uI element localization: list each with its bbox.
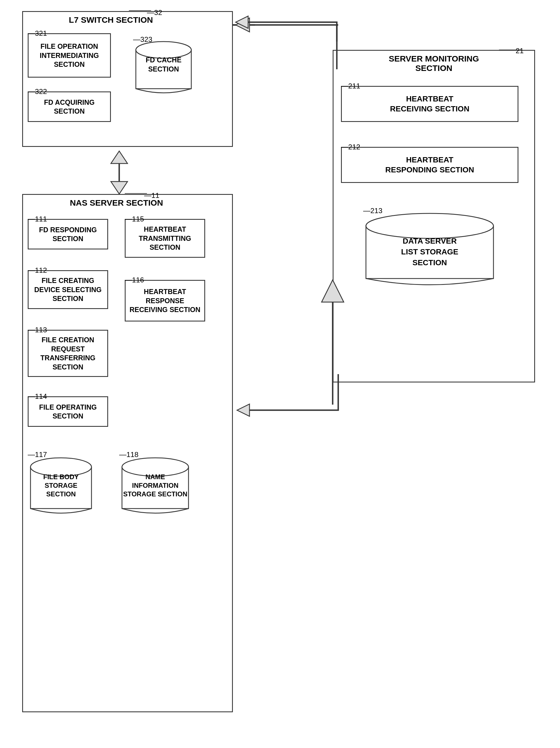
- ref-116: —116: [125, 276, 144, 284]
- ref-112: —112: [28, 266, 47, 275]
- data-server-list-cylinder: DATA SERVERLIST STORAGESECTION: [363, 211, 496, 288]
- ref-21-line: [499, 47, 535, 53]
- ref-113: —113: [28, 326, 47, 334]
- ref-213: —213: [363, 207, 382, 215]
- ref-114: —114: [28, 392, 47, 401]
- ref-117: —117: [28, 450, 47, 459]
- ref-115: —115: [125, 215, 144, 224]
- nas-up-arrow: [305, 277, 360, 416]
- ref32-connector: [129, 8, 162, 13]
- l7-switch-outer-box: [22, 11, 233, 147]
- ref-321: —321: [28, 29, 47, 38]
- ref-322: —322: [28, 87, 47, 96]
- server-monitoring-to-l7-big-arrow: [232, 14, 348, 77]
- ref-211: —211: [341, 82, 360, 90]
- heartbeat-responding-box: HEARTBEATRESPONDING SECTION: [341, 147, 518, 183]
- ref-212: —212: [341, 143, 360, 151]
- server-monitoring-label: SERVER MONITORINGSECTION: [344, 54, 524, 73]
- file-operating-box: FILE OPERATINGSECTION: [28, 396, 108, 427]
- ref-118: —118: [119, 450, 138, 459]
- svg-marker-19: [322, 280, 344, 302]
- nas-server-label: NAS SERVER SECTION: [47, 198, 186, 208]
- file-creation-request-box: FILE CREATIONREQUESTTRANSFERRINGSECTION: [28, 330, 108, 377]
- svg-marker-16: [236, 16, 248, 28]
- fd-acquiring-box: FD ACQUIRINGSECTION: [28, 91, 111, 122]
- file-body-storage-cylinder: FILE BODYSTORAGESECTION: [28, 454, 94, 515]
- heartbeat-transmitting-box: HEARTBEATTRANSMITTINGSECTION: [125, 219, 205, 258]
- fd-responding-box: FD RESPONDINGSECTION: [28, 219, 108, 250]
- file-op-intermediating-box: FILE OPERATIONINTERMEDIATINGSECTION: [28, 33, 111, 77]
- file-creating-device-box: FILE CREATINGDEVICE SELECTINGSECTION: [28, 270, 108, 309]
- heartbeat-receiving-box: HEARTBEATRECEIVING SECTION: [341, 86, 518, 122]
- ref11-connector: [125, 191, 158, 196]
- svg-marker-17: [237, 404, 250, 416]
- svg-marker-10: [111, 151, 127, 164]
- ref-111: —111: [28, 215, 47, 224]
- l7-to-nas-arrow: [102, 148, 136, 195]
- name-info-storage-cylinder: NAMEINFORMATIONSTORAGE SECTION: [119, 454, 191, 515]
- fd-cache-cylinder: FD CACHESECTION: [133, 39, 194, 94]
- heartbeat-response-box: HEARTBEATRESPONSERECEIVING SECTION: [125, 280, 205, 322]
- ref-323: —323: [133, 35, 152, 44]
- diagram-container: L7 SWITCH SECTION —32 FILE OPERATIONINTE…: [0, 0, 560, 748]
